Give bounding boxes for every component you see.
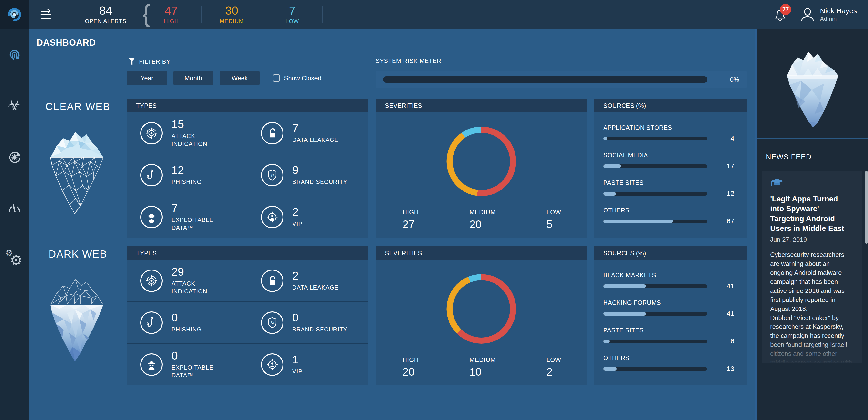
type-cell-brand-security[interactable]: © 9 BRAND SECURITY	[248, 154, 368, 196]
right-panel: NEWS FEED 'Legit Apps Turned into Spywar…	[755, 29, 868, 420]
clear-web-types-card: TYPES	[127, 99, 368, 238]
severity-medium: MEDIUM 20	[470, 209, 496, 230]
user-menu[interactable]: Nick Hayes Admin	[800, 6, 857, 23]
type-count: 9	[292, 164, 348, 175]
target-icon	[140, 269, 163, 292]
app-window: 84 OPEN ALERTS { 47 HIGH 30 MEDIUM 7 LOW…	[0, 0, 868, 420]
types-card-header: TYPES	[127, 99, 368, 112]
sidebar-item-settings[interactable]: ⚙ ⚙	[2, 248, 27, 272]
type-count: 0	[292, 312, 348, 323]
type-cell-exploitable-data[interactable]: 0 EXPLOITABLE DATA™	[127, 344, 248, 385]
notifications-badge: 77	[780, 4, 791, 15]
risk-meter-value: 0%	[730, 76, 739, 84]
sidebar-item-remediation[interactable]	[2, 144, 27, 169]
clear-web-sources-card: SOURCES (%) APPLICATION STORES 4 SOCIAL …	[594, 99, 746, 238]
source-bar-fill	[603, 137, 608, 140]
show-closed-checkbox[interactable]: Show Closed	[273, 74, 321, 82]
severity-high: HIGH 27	[403, 209, 419, 230]
type-cell-phishing[interactable]: 0 PHISHING	[127, 302, 248, 344]
source-bar-track	[603, 340, 707, 343]
source-bar-fill	[603, 312, 646, 316]
type-count: 15	[172, 119, 227, 130]
type-count: 0	[172, 350, 227, 361]
target-icon	[140, 122, 163, 144]
iceberg-panel	[756, 29, 868, 139]
source-row: OTHERS 13	[603, 354, 734, 373]
high-alerts-stat: 47 HIGH	[151, 4, 192, 24]
types-card-header: TYPES	[127, 246, 368, 260]
filter-month-button[interactable]: Month	[173, 71, 214, 85]
type-count: 29	[172, 266, 227, 277]
source-bar-track	[603, 312, 707, 316]
svg-text:©: ©	[270, 320, 275, 325]
page-title: DASHBOARD	[37, 38, 96, 48]
severity-low: LOW 2	[547, 356, 561, 378]
source-row: PASTE SITES 12	[603, 179, 734, 198]
source-bar-track	[603, 220, 707, 223]
type-label: ATTACK INDICATION	[172, 132, 227, 148]
notifications-button[interactable]: 77	[773, 6, 790, 23]
open-alerts-stat: 84 OPEN ALERTS	[85, 4, 126, 24]
hook-icon	[140, 164, 163, 186]
clear-web-iceberg-illustration	[44, 116, 112, 224]
type-count: 2	[292, 270, 348, 281]
severities-donut-chart	[446, 127, 516, 196]
dark-web-iceberg-illustration	[44, 264, 112, 371]
clear-web-severities-card: SEVERITIES HIGH 27 MEDIUM 20	[376, 99, 587, 238]
type-label: DATA LEAKAGE	[292, 136, 348, 144]
news-article-card[interactable]: 'Legit Apps Turned into Spyware' Targeti…	[762, 171, 862, 363]
type-cell-data-leakage[interactable]: 2 DATA LEAKAGE	[248, 260, 368, 301]
type-label: VIP	[292, 220, 348, 228]
type-cell-data-leakage[interactable]: 7 DATA LEAKAGE	[248, 112, 368, 154]
sidebar-item-threats[interactable]: ☣	[2, 93, 27, 117]
source-bar-fill	[603, 284, 646, 288]
type-cell-attack-indication[interactable]: 29 ATTACK INDICATION	[127, 260, 248, 301]
source-row: APPLICATION STORES 4	[603, 124, 734, 142]
open-alerts-value: 84	[99, 4, 112, 17]
type-label: EXPLOITABLE DATA™	[172, 364, 227, 380]
topbar-divider	[322, 6, 323, 23]
topbar: 84 OPEN ALERTS { 47 HIGH 30 MEDIUM 7 LOW…	[0, 0, 868, 29]
brand-logo[interactable]	[0, 0, 29, 29]
vip-icon	[261, 206, 283, 228]
type-count: 0	[172, 312, 227, 323]
system-risk-meter-label: SYSTEM RISK METER	[376, 58, 441, 64]
type-count: 1	[292, 354, 348, 365]
dark-web-severities-card: SEVERITIES HIGH 20 MEDIUM 10	[376, 246, 587, 385]
sidebar-item-dashboard[interactable]	[2, 41, 27, 65]
type-cell-brand-security[interactable]: © 0 BRAND SECURITY	[248, 302, 368, 344]
source-row: SOCIAL MEDIA 17	[603, 152, 734, 170]
gauge-icon	[6, 200, 23, 216]
news-article-body: Cybersecurity researchers are warning ab…	[770, 250, 854, 363]
clear-web-section: CLEAR WEB	[29, 99, 755, 238]
low-alerts-label: LOW	[285, 18, 299, 24]
medium-alerts-label: MEDIUM	[220, 18, 244, 24]
filter-year-button[interactable]: Year	[127, 71, 167, 85]
filter-week-button[interactable]: Week	[220, 71, 260, 85]
high-alerts-label: HIGH	[164, 18, 179, 24]
gears-icon: ⚙ ⚙	[6, 252, 23, 268]
source-bar-fill	[603, 367, 617, 371]
low-alerts-stat: 7 LOW	[272, 4, 313, 24]
menu-collapse-icon[interactable]	[38, 7, 53, 22]
scrollbar-thumb[interactable]	[865, 171, 868, 244]
type-cell-vip[interactable]: 2 VIP	[248, 196, 368, 238]
dark-web-label: DARK WEB	[29, 248, 127, 260]
source-bar-track	[603, 137, 707, 140]
type-cell-vip[interactable]: 1 VIP	[248, 344, 368, 385]
severity-medium: MEDIUM 10	[470, 356, 496, 378]
risk-meter-track	[383, 76, 708, 83]
main-content: DASHBOARD FILTER BY Year Month Week Show…	[29, 29, 755, 420]
type-cell-exploitable-data[interactable]: 7 EXPLOITABLE DATA™	[127, 196, 248, 238]
source-row: BLACK MARKETS 41	[603, 272, 734, 290]
severity-high: HIGH 20	[403, 356, 419, 378]
type-cell-phishing[interactable]: 12 PHISHING	[127, 154, 248, 196]
type-cell-attack-indication[interactable]: 15 ATTACK INDICATION	[127, 112, 248, 154]
graduation-cap-icon	[770, 178, 784, 188]
source-bar-track	[603, 192, 707, 196]
sidebar-item-risk-meter[interactable]	[2, 196, 27, 221]
filter-by-label: FILTER BY	[128, 58, 170, 66]
fingerprint-icon	[6, 45, 23, 61]
type-label: VIP	[292, 367, 348, 375]
shield-icon: ©	[261, 312, 283, 334]
